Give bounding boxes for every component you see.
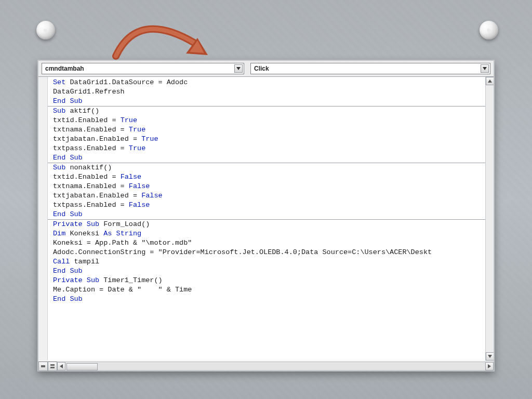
procedure-dropdown-value: Click — [254, 65, 269, 72]
procedure-dropdown[interactable]: Click — [250, 63, 490, 74]
editor-toolbar: cmndtambah Click — [38, 61, 494, 77]
svg-marker-1 — [190, 41, 204, 53]
vertical-scrollbar[interactable] — [485, 77, 494, 361]
scrollbar-thumb[interactable] — [66, 363, 98, 370]
full-module-view-icon[interactable] — [48, 362, 57, 371]
svg-marker-10 — [488, 364, 491, 368]
svg-rect-6 — [41, 365, 45, 367]
pushpin-left — [36, 21, 55, 39]
code-area[interactable]: Set DataGrid1.DataSource = AdodcDataGrid… — [48, 77, 494, 361]
object-dropdown-value: cmndtambah — [45, 65, 84, 72]
scroll-right-icon[interactable] — [485, 362, 494, 370]
object-dropdown[interactable]: cmndtambah — [42, 63, 244, 74]
dropdown-arrow-icon — [234, 64, 243, 73]
pushpin-right — [480, 21, 498, 39]
svg-marker-2 — [236, 67, 241, 70]
svg-marker-5 — [488, 355, 492, 358]
code-editor-window: cmndtambah Click Set DataGrid1.DataSourc… — [37, 60, 495, 371]
dropdown-arrow-icon — [481, 64, 489, 73]
svg-marker-3 — [483, 67, 487, 70]
svg-marker-9 — [60, 364, 63, 368]
annotation-arrow — [107, 15, 210, 61]
svg-rect-7 — [50, 364, 55, 366]
procedure-view-icon[interactable] — [38, 362, 48, 371]
horizontal-scrollbar[interactable] — [38, 361, 494, 370]
scroll-up-icon[interactable] — [486, 77, 494, 85]
scrollbar-track[interactable] — [65, 362, 485, 370]
scroll-left-icon[interactable] — [57, 362, 65, 370]
scroll-down-icon[interactable] — [486, 352, 494, 361]
svg-rect-8 — [50, 367, 55, 368]
editor-gutter — [38, 77, 48, 361]
svg-marker-4 — [488, 79, 492, 83]
svg-marker-0 — [186, 38, 208, 55]
